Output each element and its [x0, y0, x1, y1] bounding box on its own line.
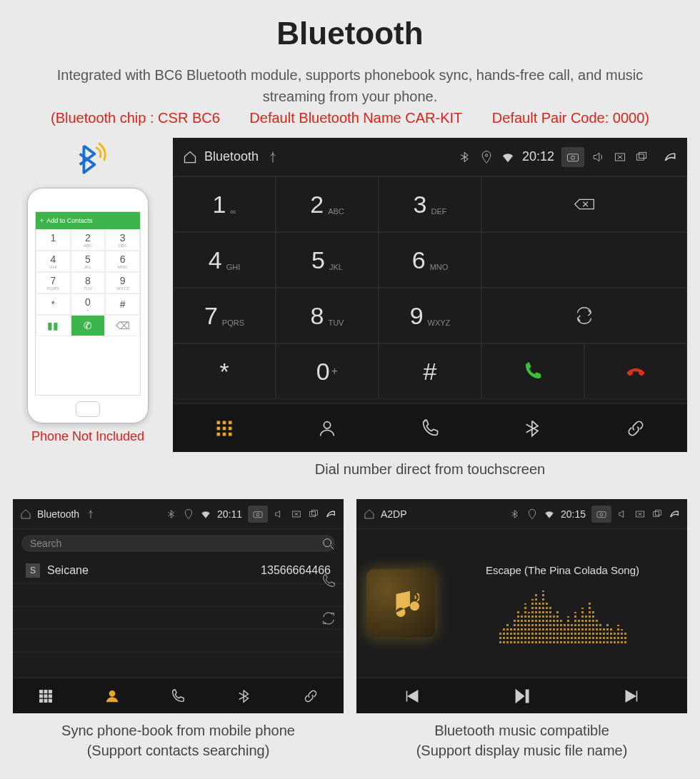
svg-rect-13 — [223, 432, 226, 436]
svg-rect-30 — [49, 699, 52, 702]
svg-point-17 — [256, 513, 259, 516]
svg-rect-32 — [597, 511, 606, 517]
contacts-bottom-nav — [13, 678, 344, 713]
music-status-label: A2DP — [381, 508, 407, 520]
svg-rect-36 — [655, 510, 661, 515]
contacts-side-actions — [321, 536, 336, 629]
close-app-icon[interactable] — [613, 150, 627, 164]
page-subtitle: Integrated with BC6 Bluetooth module, su… — [0, 51, 700, 110]
search-icon[interactable] — [321, 536, 336, 555]
key-5[interactable]: 5JKL — [276, 232, 379, 288]
dial-grid: 1∞ 2ABC 3DEF 4GHI 5JKL 6MNO 7PQRS 8TUV 9… — [173, 176, 687, 403]
contacts-status-label: Bluetooth — [37, 508, 79, 520]
svg-rect-35 — [654, 511, 659, 516]
dialer-device: Bluetooth 20:12 1∞ 2ABC 3DEF — [173, 138, 687, 452]
bluetooth-spec: (Bluetooth chip : CSR BC6 Default Blueto… — [0, 110, 700, 138]
key-0[interactable]: 0+ — [276, 343, 379, 399]
wifi-icon — [544, 508, 555, 520]
spec-code: Default Pair Code: 0000) — [492, 110, 649, 126]
key-6[interactable]: 6MNO — [379, 232, 481, 288]
key-9[interactable]: 9WXYZ — [379, 288, 481, 343]
key-1[interactable]: 1∞ — [173, 176, 276, 232]
swap-button[interactable] — [481, 288, 687, 343]
album-art-icon — [366, 569, 435, 638]
svg-rect-14 — [229, 432, 232, 436]
sync-icon[interactable] — [321, 610, 336, 629]
svg-rect-26 — [44, 695, 47, 698]
contacts-time: 20:11 — [217, 508, 242, 520]
volume-icon[interactable] — [617, 508, 629, 520]
nav-contacts[interactable] — [276, 404, 379, 452]
music-time: 20:15 — [561, 508, 586, 520]
home-icon[interactable] — [364, 508, 375, 520]
hangup-button[interactable] — [584, 343, 687, 399]
wifi-icon — [501, 150, 515, 164]
nav-pair[interactable] — [277, 678, 344, 713]
search-input[interactable]: Search — [21, 535, 335, 552]
key-8[interactable]: 8TUV — [276, 288, 379, 343]
svg-rect-4 — [636, 154, 644, 159]
nav-bluetooth[interactable] — [481, 404, 584, 452]
svg-rect-22 — [40, 690, 43, 693]
play-pause-button[interactable] — [466, 678, 576, 713]
svg-point-15 — [324, 421, 330, 428]
home-icon[interactable] — [20, 508, 31, 520]
svg-rect-12 — [217, 432, 221, 436]
nav-pair[interactable] — [584, 404, 687, 452]
back-icon[interactable] — [669, 508, 680, 520]
nav-bluetooth[interactable] — [211, 678, 278, 713]
back-icon[interactable] — [325, 508, 336, 520]
dialer-time: 20:12 — [522, 149, 554, 164]
nav-recent[interactable] — [145, 678, 211, 713]
nav-keypad[interactable] — [13, 678, 79, 713]
key-4[interactable]: 4GHI — [173, 232, 276, 288]
nav-recent[interactable] — [379, 404, 481, 452]
camera-icon[interactable] — [561, 147, 584, 167]
svg-rect-19 — [310, 511, 316, 516]
prev-button[interactable] — [356, 678, 466, 713]
svg-rect-7 — [223, 421, 226, 424]
recent-apps-icon[interactable] — [634, 150, 649, 164]
svg-rect-11 — [229, 426, 232, 430]
camera-icon[interactable] — [591, 506, 611, 523]
location-icon — [183, 508, 194, 520]
empty-row — [13, 630, 344, 653]
recent-apps-icon[interactable] — [651, 508, 663, 520]
key-star[interactable]: * — [173, 343, 276, 399]
bluetooth-emblem-icon — [66, 138, 109, 181]
close-app-icon[interactable] — [291, 508, 302, 520]
svg-rect-8 — [229, 421, 232, 424]
key-2[interactable]: 2ABC — [276, 176, 379, 232]
nav-keypad[interactable] — [173, 404, 276, 452]
camera-icon[interactable] — [248, 506, 268, 523]
key-hash[interactable]: # — [379, 343, 481, 399]
dial-empty-1 — [481, 232, 687, 288]
page-title: Bluetooth — [0, 0, 700, 51]
empty-row — [13, 607, 344, 630]
svg-rect-5 — [639, 152, 646, 158]
music-caption: Bluetooth music compatible(Support displ… — [356, 713, 687, 773]
contact-row[interactable]: S Seicane 13566664466 — [13, 558, 344, 584]
contacts-body: Search S Seicane 13566664466 — [13, 529, 344, 678]
svg-rect-23 — [44, 690, 47, 693]
dialer-caption: Dial number direct from touchscreen — [173, 452, 687, 492]
key-7[interactable]: 7PQRS — [173, 288, 276, 343]
close-app-icon[interactable] — [634, 508, 646, 520]
bluetooth-status-icon — [166, 508, 177, 520]
call-icon[interactable] — [321, 573, 336, 592]
back-icon[interactable] — [663, 150, 677, 164]
home-icon[interactable] — [183, 150, 197, 164]
recent-apps-icon[interactable] — [308, 508, 319, 520]
svg-rect-10 — [223, 426, 226, 430]
call-button[interactable] — [481, 343, 584, 399]
volume-icon[interactable] — [274, 508, 285, 520]
svg-rect-24 — [49, 690, 52, 693]
key-3[interactable]: 3DEF — [379, 176, 481, 232]
svg-rect-25 — [40, 695, 43, 698]
nav-contacts[interactable] — [79, 678, 146, 713]
volume-icon[interactable] — [591, 150, 606, 164]
dialer-status-label: Bluetooth — [204, 149, 259, 164]
backspace-button[interactable] — [481, 176, 687, 232]
next-button[interactable] — [577, 678, 687, 713]
dialer-statusbar: Bluetooth 20:12 — [173, 138, 687, 176]
